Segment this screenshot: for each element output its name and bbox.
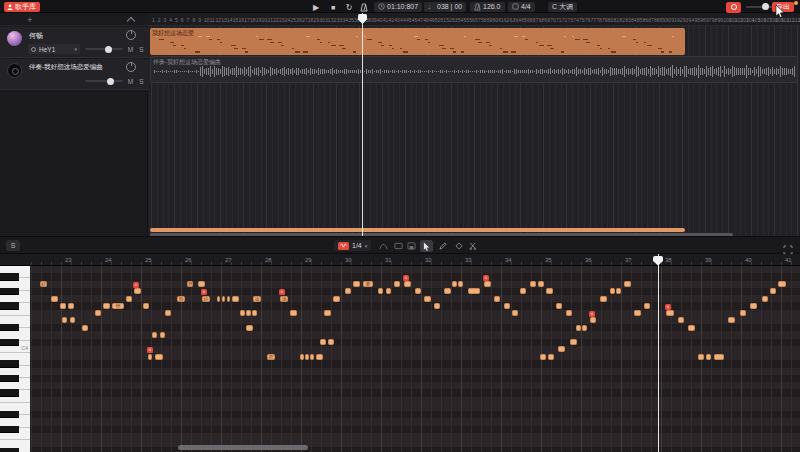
midi-note[interactable]: [714, 354, 724, 360]
piano-key-black[interactable]: [0, 360, 19, 367]
midi-note[interactable]: [82, 325, 88, 331]
midi-note[interactable]: [424, 296, 431, 302]
midi-note[interactable]: [770, 288, 776, 294]
piano-key-black[interactable]: [0, 324, 19, 331]
pitch-pin-marker[interactable]: ∨: [665, 304, 671, 310]
midi-note[interactable]: [198, 281, 205, 287]
midi-note[interactable]: [394, 281, 400, 287]
midi-note[interactable]: [126, 296, 132, 302]
midi-note[interactable]: [148, 354, 152, 360]
singer-library-button[interactable]: 歌手库: [4, 2, 40, 12]
midi-note[interactable]: [320, 339, 326, 345]
midi-note[interactable]: [610, 288, 615, 294]
midi-note[interactable]: [512, 310, 518, 316]
piano-key-black[interactable]: [0, 302, 19, 309]
master-volume-thumb[interactable]: [762, 3, 769, 10]
midi-note[interactable]: [616, 288, 621, 294]
pitch-curve-button[interactable]: [378, 241, 389, 251]
bar-beat-display[interactable]: ♩ 038 | 00: [424, 2, 466, 12]
pan-knob[interactable]: [126, 30, 136, 40]
midi-note[interactable]: [520, 288, 526, 294]
midi-note[interactable]: [310, 354, 314, 360]
midi-note[interactable]: [538, 281, 544, 287]
midi-note[interactable]: [103, 303, 110, 309]
midi-note[interactable]: [62, 317, 67, 323]
pitch-pin-marker[interactable]: ∨: [133, 282, 139, 288]
midi-note[interactable]: [240, 310, 245, 316]
midi-note[interactable]: [378, 288, 383, 294]
midi-note[interactable]: [494, 296, 500, 302]
midi-note[interactable]: [68, 303, 74, 309]
midi-note[interactable]: [246, 310, 251, 316]
expand-editor-button[interactable]: [783, 241, 794, 251]
play-button[interactable]: ▶: [311, 2, 321, 12]
midi-note[interactable]: [484, 281, 491, 287]
midi-note[interactable]: [740, 310, 746, 316]
eraser-tool-button[interactable]: [452, 240, 465, 252]
midi-note[interactable]: [678, 317, 684, 323]
midi-note[interactable]: [458, 281, 463, 287]
track-volume-slider[interactable]: [85, 80, 123, 82]
save-button[interactable]: [406, 241, 417, 251]
pitch-pin-marker[interactable]: ∨: [589, 311, 595, 317]
midi-note[interactable]: [698, 354, 704, 360]
vocal-midi-clip[interactable]: 我好想这场恋爱: [150, 28, 685, 55]
midi-note[interactable]: [778, 281, 786, 287]
midi-note[interactable]: [305, 354, 309, 360]
midi-note[interactable]: [143, 303, 149, 309]
midi-note[interactable]: [227, 296, 230, 302]
midi-note[interactable]: [530, 281, 536, 287]
midi-note[interactable]: [353, 281, 360, 287]
track-volume-slider[interactable]: [85, 48, 123, 50]
pointer-tool-button[interactable]: [420, 240, 433, 252]
solo-button[interactable]: S: [137, 76, 146, 86]
midi-note[interactable]: [582, 325, 587, 331]
midi-note[interactable]: [316, 354, 323, 360]
midi-note[interactable]: [688, 325, 695, 331]
pianoroll[interactable]: 23242526272829303132333435363738394041 C…: [0, 254, 800, 452]
midi-note[interactable]: [134, 288, 141, 294]
midi-note[interactable]: [750, 303, 757, 309]
midi-note[interactable]: [232, 296, 239, 302]
piano-key-black[interactable]: [0, 411, 19, 418]
midi-note[interactable]: [51, 296, 58, 302]
midi-note[interactable]: 场: [280, 296, 288, 302]
midi-note[interactable]: [570, 339, 577, 345]
midi-note[interactable]: [558, 346, 565, 352]
midi-note[interactable]: [468, 288, 480, 294]
midi-note[interactable]: [70, 317, 75, 323]
pianoroll-solo-button[interactable]: S: [6, 240, 20, 251]
piano-key-black[interactable]: [0, 339, 19, 346]
midi-note[interactable]: 恋: [267, 354, 275, 360]
midi-note[interactable]: [706, 354, 711, 360]
snap-setting-dropdown[interactable]: 1/4 ▾: [334, 240, 371, 251]
mute-button[interactable]: M: [126, 76, 135, 86]
midi-note[interactable]: [415, 288, 421, 294]
midi-note[interactable]: [728, 317, 735, 323]
midi-note[interactable]: 好: [202, 296, 210, 302]
midi-note[interactable]: [634, 310, 641, 316]
pencil-tool-button[interactable]: [436, 240, 449, 252]
midi-note[interactable]: [60, 303, 66, 309]
midi-note[interactable]: [165, 310, 171, 316]
midi-note[interactable]: [762, 296, 768, 302]
singer-avatar[interactable]: [7, 31, 22, 46]
loop-region-bar[interactable]: [150, 228, 685, 232]
pitch-pin-marker[interactable]: ∨: [483, 275, 489, 281]
midi-note[interactable]: 这: [253, 296, 261, 302]
midi-note[interactable]: 想: [187, 281, 193, 287]
midi-note[interactable]: [624, 281, 631, 287]
record-button[interactable]: [726, 2, 741, 13]
piano-key-black[interactable]: [0, 273, 19, 280]
collapse-panel-button[interactable]: [128, 17, 135, 22]
time-signature-display[interactable]: 4/4: [508, 2, 535, 12]
midi-note[interactable]: [160, 332, 165, 338]
stop-button[interactable]: ■: [328, 2, 338, 12]
midi-note[interactable]: [95, 310, 101, 316]
midi-note[interactable]: 爱: [363, 281, 373, 287]
midi-note[interactable]: [444, 288, 451, 294]
pitch-pin-marker[interactable]: ∨: [403, 275, 409, 281]
midi-note[interactable]: [548, 354, 554, 360]
midi-note[interactable]: [290, 310, 297, 316]
midi-note[interactable]: [386, 288, 391, 294]
